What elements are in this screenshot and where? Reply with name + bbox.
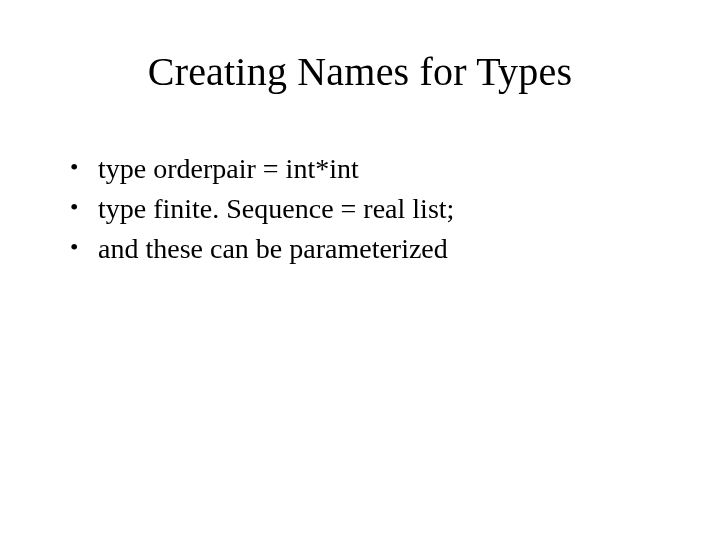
- list-item: and these can be parameterized: [70, 230, 650, 268]
- bullet-text: type orderpair = int*int: [98, 153, 359, 184]
- list-item: type orderpair = int*int: [70, 150, 650, 188]
- list-item: type finite. Sequence = real list;: [70, 190, 650, 228]
- bullet-list: type orderpair = int*int type finite. Se…: [70, 150, 650, 267]
- slide-title: Creating Names for Types: [0, 48, 720, 95]
- bullet-text: and these can be parameterized: [98, 233, 448, 264]
- slide-body: type orderpair = int*int type finite. Se…: [70, 150, 650, 269]
- slide: Creating Names for Types type orderpair …: [0, 0, 720, 540]
- bullet-text: type finite. Sequence = real list;: [98, 193, 454, 224]
